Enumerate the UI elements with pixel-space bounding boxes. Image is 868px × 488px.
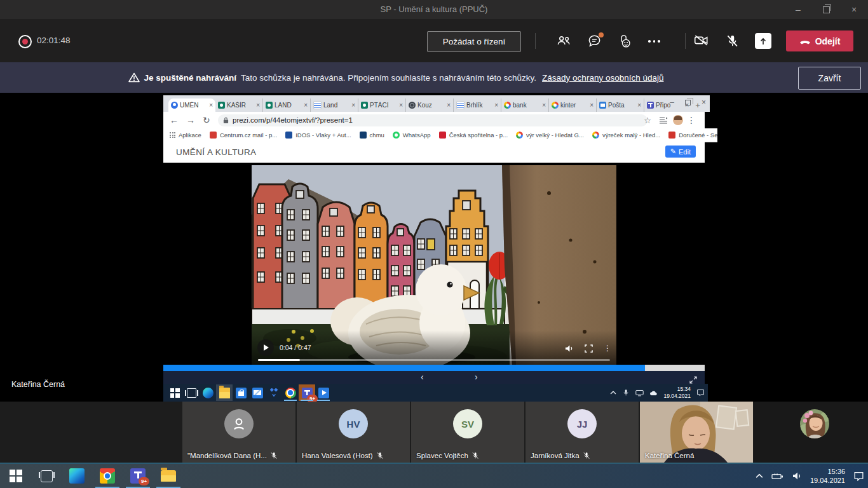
microphone-toggle-button[interactable] xyxy=(726,34,740,48)
bookmark-item[interactable]: Česká spořitelna - p... xyxy=(439,132,508,139)
window-minimize-button[interactable]: – xyxy=(784,0,812,19)
remote-action-center-icon[interactable] xyxy=(696,389,705,396)
bookmark-item[interactable]: IDOS - Vlaky + Aut... xyxy=(285,132,351,139)
browser-tab[interactable]: KAŠÍR× xyxy=(215,98,262,112)
tab-close-icon[interactable]: × xyxy=(399,102,403,109)
banner-close-button[interactable]: Zavřít xyxy=(798,67,861,90)
remote-file-explorer-button[interactable] xyxy=(216,384,233,401)
video-menu-icon[interactable]: ⋮ xyxy=(604,344,611,353)
browser-tab[interactable]: Land× xyxy=(310,98,358,112)
back-button[interactable]: ← xyxy=(170,112,179,128)
remote-mail-button[interactable] xyxy=(249,384,266,401)
profile-avatar-button[interactable] xyxy=(673,112,683,128)
next-slide-button[interactable]: › xyxy=(475,371,478,384)
browser-tab[interactable]: Kouz× xyxy=(405,98,453,112)
remote-edge-button[interactable] xyxy=(200,384,216,401)
reload-button[interactable]: ↻ xyxy=(203,112,210,128)
prezi-favicon xyxy=(171,102,178,109)
tray-mic-icon[interactable] xyxy=(622,389,630,396)
privacy-policy-link[interactable]: Zásady ochrany osobních údajů xyxy=(542,73,663,83)
bookmark-item[interactable]: výr velký - Hledat G... xyxy=(516,132,584,139)
participant-tile[interactable] xyxy=(754,402,868,463)
edge-button[interactable] xyxy=(62,464,92,488)
hidden-icons-chevron-icon[interactable] xyxy=(610,391,616,395)
bookmark-star-button[interactable]: ☆ xyxy=(644,112,651,128)
tab-close-icon[interactable]: × xyxy=(590,102,593,109)
window-restore-button[interactable] xyxy=(812,0,840,19)
bookmark-item[interactable]: Doručené - Seznam... xyxy=(668,132,717,139)
remote-task-view-button[interactable] xyxy=(183,384,200,401)
tab-close-icon[interactable]: × xyxy=(256,102,260,109)
window-close-button[interactable]: × xyxy=(840,0,868,19)
play-button[interactable] xyxy=(257,339,274,356)
file-explorer-button[interactable] xyxy=(154,464,183,488)
action-center-icon[interactable] xyxy=(853,471,864,481)
remote-clock[interactable]: 15:34 19.04.2021 xyxy=(663,386,691,399)
edit-button[interactable]: ✎ Edit xyxy=(665,146,696,158)
browser-restore-button[interactable] xyxy=(685,100,691,105)
chrome-button[interactable] xyxy=(93,464,122,488)
reading-list-button[interactable] xyxy=(659,112,668,128)
tab-close-icon[interactable]: × xyxy=(304,102,308,109)
participant-video-tile[interactable]: Kateřina Černá xyxy=(640,402,753,463)
browser-close-button[interactable]: × xyxy=(702,98,706,107)
browser-tab[interactable]: Brhlík× xyxy=(453,98,501,112)
share-screen-button[interactable] xyxy=(755,33,771,49)
embedded-video-player[interactable]: 0:04 / 0:47 ⋮ xyxy=(252,165,616,365)
tab-close-icon[interactable]: × xyxy=(542,102,546,109)
browser-tab[interactable]: PTÁCI× xyxy=(358,98,405,112)
browser-tab-active[interactable]: UMĚN× xyxy=(168,98,215,112)
fullscreen-icon[interactable] xyxy=(585,344,593,353)
remote-dropbox-button[interactable] xyxy=(266,384,282,401)
tab-close-icon[interactable]: × xyxy=(447,102,451,109)
participant-tile[interactable]: JJ Jarníková Jitka xyxy=(526,402,639,463)
chat-button[interactable] xyxy=(588,34,602,48)
volume-icon[interactable] xyxy=(564,344,574,353)
onedrive-cloud-icon[interactable] xyxy=(649,390,658,396)
leave-button[interactable]: Odejít xyxy=(786,30,853,51)
browser-menu-button[interactable]: ⋮ xyxy=(687,112,696,128)
tab-close-icon[interactable]: × xyxy=(209,102,213,109)
bookmark-item[interactable]: Centrum.cz mail - p... xyxy=(210,132,277,139)
battery-icon[interactable] xyxy=(771,473,783,480)
tab-close-icon[interactable]: × xyxy=(351,102,355,109)
bookmark-item[interactable]: WhatsApp xyxy=(393,132,431,139)
remote-store-button[interactable] xyxy=(233,384,249,401)
browser-tab[interactable]: bank× xyxy=(501,98,548,112)
browser-tab[interactable]: LAND× xyxy=(262,98,310,112)
reactions-button[interactable] xyxy=(618,34,632,48)
volume-icon[interactable] xyxy=(792,471,802,480)
start-button[interactable] xyxy=(1,464,31,488)
browser-minimize-button[interactable]: – xyxy=(670,98,674,107)
participant-tile[interactable]: "Mandelíková Dana (H... xyxy=(182,402,295,463)
video-progress-bar[interactable] xyxy=(258,359,610,362)
camera-off-icon xyxy=(694,34,709,46)
bookmark-item[interactable]: výreček malý - Hled... xyxy=(592,132,660,139)
remote-films-tv-button[interactable] xyxy=(315,384,332,401)
bookmark-item[interactable]: Aplikace xyxy=(170,132,201,139)
tab-close-icon[interactable]: × xyxy=(494,102,498,109)
request-control-button[interactable]: Požádat o řízení xyxy=(427,31,521,52)
browser-tab[interactable]: Pošta× xyxy=(596,98,644,112)
clock[interactable]: 15:36 19.04.2021 xyxy=(810,467,845,485)
task-view-button[interactable] xyxy=(32,464,61,488)
camera-toggle-button[interactable] xyxy=(694,34,708,48)
browser-tab[interactable]: kinter× xyxy=(548,98,596,112)
globe-favicon xyxy=(409,102,416,109)
bookmark-item[interactable]: chmu xyxy=(360,132,384,139)
participants-button[interactable] xyxy=(557,34,571,48)
participant-tile[interactable]: SV Splavec Vojtěch xyxy=(411,402,524,463)
more-actions-button[interactable] xyxy=(648,34,662,48)
prezi-progress-track[interactable] xyxy=(163,365,705,371)
forward-button[interactable]: → xyxy=(186,112,195,128)
participant-tile[interactable]: HV Hana Valesová (Host) xyxy=(297,402,410,463)
tab-close-icon[interactable]: × xyxy=(637,102,641,109)
address-bar[interactable]: prezi.com/p/44etomjextvf/?present=1 xyxy=(218,114,648,126)
teams-button[interactable]: 9+ xyxy=(123,464,153,488)
remote-start-button[interactable] xyxy=(166,384,183,401)
remote-teams-button[interactable]: 9+ xyxy=(299,384,315,401)
prev-slide-button[interactable]: ‹ xyxy=(421,371,424,384)
tray-display-icon[interactable] xyxy=(635,390,644,396)
remote-chrome-button[interactable] xyxy=(282,384,299,401)
hidden-icons-chevron-icon[interactable] xyxy=(756,473,763,478)
